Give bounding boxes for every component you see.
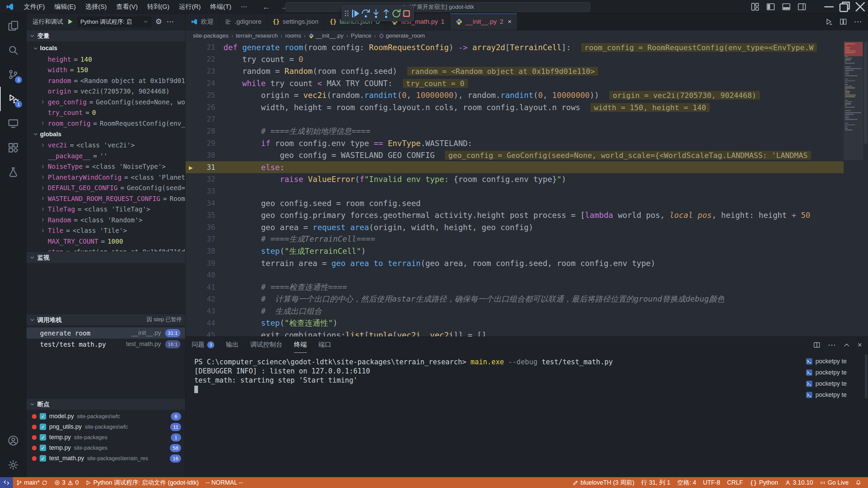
watch-section-header[interactable]: 监视	[26, 251, 185, 263]
status-item-UTF-8[interactable]: UTF-8	[699, 477, 724, 488]
status-item-Go-Live[interactable]: Go Live	[816, 477, 852, 488]
restart-button[interactable]	[391, 8, 401, 19]
breadcrumb-item[interactable]: generate_room	[379, 33, 425, 39]
minimap[interactable]	[844, 41, 863, 337]
close-tab-icon[interactable]: ×	[508, 18, 512, 25]
variable-scope-locals[interactable]: locals	[26, 43, 185, 54]
editor-more-actions-icon[interactable]: ⋯	[854, 17, 862, 26]
breadcrumb-item[interactable]: rooms	[285, 33, 301, 39]
start-debug-icon[interactable]	[66, 18, 74, 25]
breadcrumb-item[interactable]: site-packages	[193, 33, 229, 39]
stop-button[interactable]	[401, 8, 412, 19]
run-python-file-icon[interactable]	[825, 18, 833, 25]
breakpoint-checkbox[interactable]: ✓	[40, 413, 46, 420]
activity-item-testing[interactable]	[0, 160, 26, 184]
menu-item-文件(F)[interactable]: 文件(F)	[19, 0, 50, 13]
panel-scrollbar[interactable]	[865, 354, 867, 399]
breadcrumb-item[interactable]: Pylance	[351, 33, 371, 39]
activity-item-explorer[interactable]	[0, 14, 26, 38]
breakpoint-row[interactable]: ✓png_utils.pysite-packages\wfc11	[26, 422, 185, 432]
variable-row[interactable]: room_config=RoomRequestConfig(env_t	[26, 118, 185, 129]
menu-item-编辑(E)[interactable]: 编辑(E)	[50, 0, 80, 13]
panel-more-actions-icon[interactable]: ⋯	[828, 340, 836, 350]
status-item-3[interactable]: 30	[51, 477, 82, 488]
variable-row[interactable]: origin=vec2i(7205730, 9024468)	[26, 86, 185, 97]
panel-tab-端口[interactable]: 端口	[318, 337, 331, 353]
terminal-output[interactable]: PS C:\computer_science\godot-ldtk\site-p…	[185, 353, 868, 394]
terminal-session-item[interactable]: pocketpy te	[806, 389, 863, 401]
toggle-sidebar-icon[interactable]	[766, 2, 775, 11]
status-item[interactable]	[852, 477, 865, 488]
menu-item-终端(T)[interactable]: 终端(T)	[205, 0, 236, 13]
tab-settings.json[interactable]: {}settings.json	[267, 14, 324, 30]
status-item-3-10-10[interactable]: 3.10.10	[782, 477, 816, 488]
activity-item-account[interactable]	[0, 428, 26, 453]
debug-settings-gear-icon[interactable]: ⚙	[155, 18, 163, 26]
drag-handle-icon[interactable]	[345, 11, 349, 16]
breadcrumb-item[interactable]: __init__.py	[309, 33, 343, 39]
status-item----NORMAL---[interactable]: -- NORMAL --	[202, 477, 246, 488]
status-item--31-1[interactable]: 行 31, 列 1	[638, 477, 674, 488]
variables-section-header[interactable]: 变量	[26, 30, 185, 41]
tab-.gdignore[interactable]: .gdignore	[219, 14, 267, 30]
menu-item-查看(V)[interactable]: 查看(V)	[112, 0, 142, 13]
variable-row[interactable]: height=140	[26, 54, 185, 65]
panel-tab-问题[interactable]: 问题3	[192, 337, 214, 353]
terminal-session-item[interactable]: pocketpy te	[806, 356, 863, 367]
variable-row[interactable]: vec2i=<class 'vec2i'>	[26, 140, 185, 151]
menu-item-转到(G)[interactable]: 转到(G)	[142, 0, 174, 13]
activity-item-debug[interactable]: 1	[0, 87, 26, 111]
activity-item-search[interactable]	[0, 38, 26, 62]
terminal-session-item[interactable]: pocketpy te	[806, 367, 863, 378]
terminal-session-item[interactable]: pocketpy te	[806, 378, 863, 389]
step-into-button[interactable]	[371, 8, 381, 19]
toggle-panel-icon[interactable]	[782, 2, 791, 11]
split-editor-icon[interactable]	[840, 18, 847, 25]
variable-row[interactable]: width=150	[26, 65, 185, 76]
panel-tab-输出[interactable]: 输出	[226, 337, 239, 353]
status-item-main-[interactable]: main*	[13, 477, 51, 488]
variable-row[interactable]: PlanetaryWindConfig=<class 'Planeta	[26, 172, 185, 183]
breadcrumb-item[interactable]: terrain_research	[236, 33, 278, 39]
variable-row[interactable]: WASTELAND_ROOM_REQUEST_CONFIG=RoomR	[26, 193, 185, 204]
status-item--4[interactable]: 空格: 4	[674, 477, 699, 488]
step-out-button[interactable]	[381, 8, 391, 19]
menu-item-⋯[interactable]: ⋯	[236, 0, 252, 13]
variable-row[interactable]: Random=<class 'Random'>	[26, 215, 185, 225]
breakpoint-row[interactable]: ✓model.pysite-packages\wfc6	[26, 411, 185, 422]
status-item-Python-godot-ldtk-[interactable]: Python 调试程序: 启动文件 (godot-ldtk)	[82, 477, 202, 488]
variable-row[interactable]: try_count=0	[26, 107, 185, 118]
continue-button[interactable]	[351, 8, 361, 19]
code-editor[interactable]: 21def generate_room(room_config: RoomReq…	[185, 41, 868, 337]
close-panel-icon[interactable]: ×	[857, 341, 862, 349]
activity-item-remote-explorer[interactable]	[0, 111, 26, 136]
variable-row[interactable]: DEFAULT_GEO_CONFIG=GeoConfig(seed=1	[26, 183, 185, 194]
variable-scope-globals[interactable]: globals	[26, 129, 185, 140]
variable-row[interactable]: MAX_TRY_COUNT=1000	[26, 236, 185, 247]
variable-row[interactable]: random=<Random object at 0x1bf9d01e	[26, 75, 185, 86]
status-item-blueloveTH-3-[interactable]: blueloveTH (3 周前)	[569, 477, 638, 488]
panel-tab-终端[interactable]: 终端	[294, 337, 307, 353]
variable-row[interactable]: __package__=''	[26, 150, 185, 161]
variable-row[interactable]: TileTag=<class 'TileTag'>	[26, 204, 185, 215]
variable-row[interactable]: step=<function step at 0x1bf8d716d	[26, 247, 185, 252]
breakpoint-checkbox[interactable]: ✓	[40, 434, 46, 441]
menu-item-运行(R)[interactable]: 运行(R)	[174, 0, 205, 13]
customize-layout-icon[interactable]	[751, 2, 760, 11]
command-center-search[interactable]: [扩展开发宿主] godot-ldtk	[285, 2, 590, 12]
activity-item-scm[interactable]: 3	[0, 62, 26, 87]
remote-indicator[interactable]	[0, 477, 13, 488]
minimize-button[interactable]	[821, 0, 837, 14]
maximize-panel-icon[interactable]	[843, 342, 850, 348]
activity-item-extensions[interactable]	[0, 136, 26, 160]
restore-button[interactable]	[837, 0, 852, 14]
breakpoint-checkbox[interactable]: ✓	[40, 455, 46, 462]
sidebar-more-actions-icon[interactable]: ⋯	[166, 18, 174, 26]
activity-item-settings[interactable]	[0, 453, 26, 477]
toggle-secondary-sidebar-icon[interactable]	[797, 2, 806, 11]
editor-scrollbar[interactable]	[863, 41, 868, 337]
status-item-CRLF[interactable]: CRLF	[724, 477, 746, 488]
breakpoint-row[interactable]: ✓temp.pysite-packages1	[26, 432, 185, 443]
variable-row[interactable]: Tile=<class 'Tile'>	[26, 225, 185, 236]
breakpoint-row[interactable]: ✓test_math.pysite-packages\terrain_res16	[26, 453, 185, 464]
